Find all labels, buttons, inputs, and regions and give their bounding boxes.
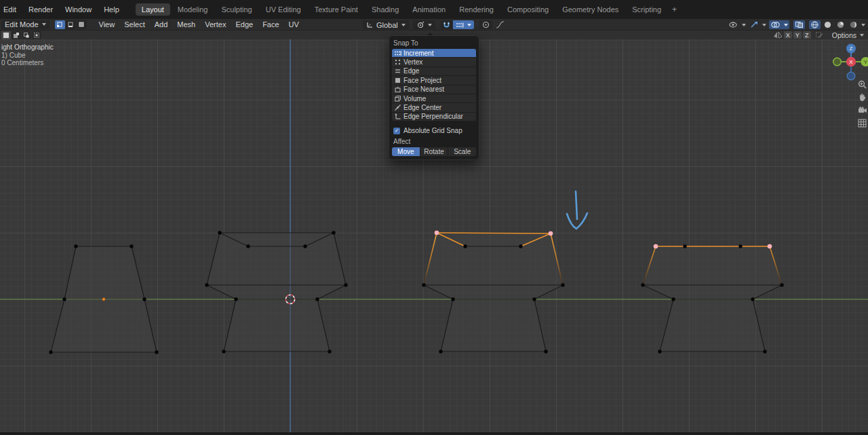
snap-item-edge-center[interactable]: Edge Center: [392, 103, 476, 112]
overlays-dropdown[interactable]: [769, 20, 789, 29]
shading-rendered-button[interactable]: [848, 20, 867, 29]
menu-render[interactable]: Render: [22, 3, 59, 16]
face-select-button[interactable]: [77, 20, 87, 29]
tool-options-right: XYZ Options: [773, 31, 867, 39]
solid-shading-icon: [823, 21, 832, 29]
shading-wireframe-button[interactable]: [809, 20, 821, 29]
edge-select-button[interactable]: [66, 20, 76, 29]
transform-orientation-dropdown[interactable]: Global: [363, 20, 409, 29]
mirror-axis-y-button[interactable]: Y: [793, 31, 802, 39]
viewport-menus: ViewSelectAddMeshVertexEdgeFaceUV: [94, 19, 304, 30]
gizmo-y-neg-axis[interactable]: [833, 58, 842, 66]
add-workspace-button[interactable]: +: [668, 3, 681, 16]
edge-select-icon: [67, 21, 74, 28]
workspace-tab-compositing[interactable]: Compositing: [501, 3, 555, 16]
pivot-point-dropdown[interactable]: [413, 20, 435, 29]
snap-item-edge[interactable]: Edge: [392, 67, 476, 76]
options-label: Options: [832, 31, 856, 39]
workspace-tab-modeling[interactable]: Modeling: [172, 3, 214, 16]
snap-item-volume[interactable]: Volume: [392, 94, 476, 103]
snap-toggle-button[interactable]: [441, 20, 452, 29]
mirror-axis-x-button[interactable]: X: [784, 31, 792, 39]
absolute-grid-snap-row[interactable]: ✓ Absolute Grid Snap: [392, 127, 476, 134]
viewport-menu-mesh[interactable]: Mesh: [172, 19, 200, 30]
proportional-editing-icon: [482, 21, 490, 29]
gizmo-z-neg-axis[interactable]: [847, 72, 855, 80]
snap-items-list: IncrementVertexEdgeFace ProjectFace Near…: [392, 49, 476, 121]
affect-rotate-button[interactable]: Rotate: [420, 147, 448, 156]
mirror-axis-z-button[interactable]: Z: [803, 31, 811, 39]
chevron-down-icon: [42, 23, 46, 26]
xray-icon: [795, 21, 804, 29]
proportional-editing-button[interactable]: [479, 20, 492, 29]
mesh-select-mode-group: [55, 20, 87, 29]
toggle-grid-button[interactable]: [857, 118, 867, 128]
checkbox-checked-icon[interactable]: ✓: [393, 128, 400, 134]
viewport-menu-add[interactable]: Add: [150, 19, 173, 30]
proportional-falloff-dropdown[interactable]: [496, 21, 505, 29]
shading-solid-button[interactable]: [822, 20, 833, 29]
chevron-down-icon: [742, 24, 746, 26]
gizmos-dropdown[interactable]: [749, 20, 768, 29]
navigation-gizmo[interactable]: Z Y X: [832, 43, 868, 82]
edge-icon: [394, 67, 403, 75]
snap-item-face-project[interactable]: Face Project: [392, 76, 476, 85]
select-mode-subtract-button[interactable]: [22, 31, 31, 39]
menu-window[interactable]: Window: [59, 3, 98, 16]
topbar-menus: EditRenderWindowHelp: [0, 3, 125, 16]
view-name-text: ight Orthographic: [1, 43, 54, 52]
overlays-icon: [770, 21, 781, 29]
checkbox-label: Absolute Grid Snap: [403, 127, 462, 134]
viewport-menu-face[interactable]: Face: [258, 19, 283, 30]
workspace-tab-rendering[interactable]: Rendering: [453, 3, 500, 16]
select-intersect-icon: [33, 32, 40, 39]
snap-item-increment[interactable]: Increment: [392, 49, 476, 58]
magnet-icon: [443, 21, 450, 29]
magnifier-plus-icon: [858, 80, 867, 89]
topbar: EditRenderWindowHelp LayoutModelingSculp…: [0, 0, 868, 19]
snap-item-face-nearest[interactable]: Face Nearest: [392, 86, 476, 94]
show-object-types-dropdown[interactable]: [728, 20, 747, 29]
affect-move-button[interactable]: Move: [392, 147, 420, 156]
select-mode-intersect-button[interactable]: [32, 31, 41, 39]
menu-help[interactable]: Help: [98, 3, 125, 16]
svg-text:Y: Y: [864, 59, 868, 65]
workspace-tab-layout[interactable]: Layout: [136, 3, 170, 16]
viewport-menu-uv[interactable]: UV: [284, 19, 304, 30]
vertex-icon: [394, 58, 403, 66]
viewport-menu-select[interactable]: Select: [119, 19, 150, 30]
viewport-menu-view[interactable]: View: [94, 19, 120, 30]
grid-icon: [858, 119, 867, 128]
shading-material-button[interactable]: [835, 20, 846, 29]
rendered-shading-icon: [849, 21, 858, 29]
select-mode-extend-button[interactable]: [12, 31, 21, 39]
workspace-tab-animation[interactable]: Animation: [406, 3, 452, 16]
chevron-down-icon: [467, 24, 471, 26]
select-mode-set-button[interactable]: [1, 31, 11, 39]
snap-item-label: Vertex: [403, 58, 422, 66]
camera-view-button[interactable]: [857, 105, 867, 115]
chevron-down-icon: [428, 24, 432, 26]
options-dropdown[interactable]: Options: [829, 31, 867, 39]
viewport-menu-vertex[interactable]: Vertex: [200, 19, 231, 30]
workspace-tab-shading[interactable]: Shading: [366, 3, 405, 16]
viewport-menu-edge[interactable]: Edge: [231, 19, 258, 30]
snap-item-edge-perpendicular[interactable]: Edge Perpendicular: [392, 113, 476, 121]
snap-to-dropdown-button[interactable]: [453, 20, 474, 29]
affect-scale-button[interactable]: Scale: [448, 147, 476, 156]
mirror-icon: [773, 31, 783, 39]
zoom-button[interactable]: [857, 79, 867, 90]
workspace-tab-sculpting[interactable]: Sculpting: [215, 3, 258, 16]
toggle-xray-button[interactable]: [793, 20, 805, 29]
mode-dropdown[interactable]: Edit Mode: [1, 20, 50, 29]
wireframe-shading-icon: [810, 21, 819, 29]
workspace-tab-scripting[interactable]: Scripting: [626, 3, 667, 16]
menu-edit[interactable]: Edit: [0, 3, 22, 16]
pan-button[interactable]: [857, 92, 867, 102]
workspace-tab-uv-editing[interactable]: UV Editing: [260, 3, 307, 16]
workspace-tab-geometry-nodes[interactable]: Geometry Nodes: [556, 3, 625, 16]
vertex-select-button[interactable]: [55, 20, 65, 29]
snap-item-vertex[interactable]: Vertex: [392, 58, 476, 67]
snap-item-label: Face Project: [403, 77, 441, 84]
workspace-tab-texture-paint[interactable]: Texture Paint: [309, 3, 364, 16]
